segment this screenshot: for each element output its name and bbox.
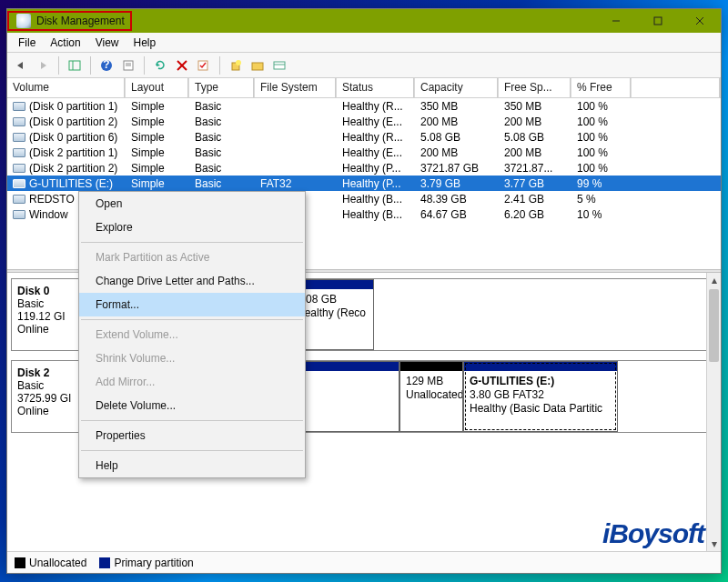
disk-name: Disk 0 (17, 285, 82, 297)
menubar: FileActionViewHelp (7, 33, 721, 53)
partition[interactable]: G-UTILITIES (E:)3.80 GB FAT32Healthy (Ba… (463, 361, 618, 432)
volume-row[interactable]: (Disk 0 partition 2)SimpleBasicHealthy (… (7, 114, 721, 129)
menu-item-explore[interactable]: Explore (79, 216, 305, 239)
back-button[interactable] (11, 55, 31, 75)
volume-icon (13, 195, 25, 204)
volume-icon (13, 164, 25, 173)
scrollbar-thumb[interactable] (709, 289, 719, 362)
menu-item-shrink-volume: Shrink Volume... (79, 346, 305, 370)
forward-button[interactable] (33, 55, 53, 75)
window-controls (595, 9, 721, 33)
minimize-button[interactable] (595, 9, 637, 33)
volume-row[interactable]: (Disk 2 partition 1)SimpleBasicHealthy (… (7, 145, 721, 160)
menu-item-change-drive-letter-and-paths[interactable]: Change Drive Letter and Paths... (79, 269, 305, 293)
context-menu: OpenExploreMark Partition as ActiveChang… (78, 191, 306, 478)
svg-rect-17 (274, 62, 285, 69)
legend-swatch (99, 557, 110, 568)
volume-icon (13, 102, 25, 111)
volume-row[interactable]: G-UTILITIES (E:)SimpleBasicFAT32Healthy … (7, 176, 721, 191)
window-title: Disk Management (36, 15, 125, 27)
help-button[interactable]: ? (96, 55, 116, 75)
titlebar[interactable]: Disk Management (7, 9, 721, 33)
volume-row[interactable]: (Disk 0 partition 6)SimpleBasicHealthy (… (7, 129, 721, 145)
legend-item: Unallocated (15, 557, 86, 569)
refresh-button[interactable] (150, 55, 170, 75)
menu-action[interactable]: Action (43, 35, 87, 51)
disk-type: Basic (17, 297, 82, 310)
legend-item: Primary partition (99, 557, 193, 569)
show-hide-console-tree-button[interactable] (65, 55, 85, 75)
menu-item-help[interactable]: Help (79, 454, 305, 477)
column-header[interactable]: % Free (571, 78, 632, 97)
close-button[interactable] (679, 9, 721, 33)
legend: UnallocatedPrimary partition (7, 551, 721, 573)
volume-icon (13, 133, 25, 142)
column-header[interactable]: Free Sp... (499, 78, 571, 97)
menu-item-extend-volume: Extend Volume... (79, 323, 305, 346)
menu-view[interactable]: View (88, 35, 126, 51)
menu-help[interactable]: Help (126, 35, 164, 51)
title-highlight: Disk Management (7, 11, 132, 31)
legend-swatch (15, 557, 25, 568)
volume-row[interactable]: (Disk 0 partition 1)SimpleBasicHealthy (… (7, 98, 721, 114)
menu-item-format[interactable]: Format... (79, 293, 305, 316)
disk-size: 3725.99 GI (17, 392, 82, 405)
volume-icon (13, 179, 25, 188)
volume-icon (13, 148, 25, 157)
disk-name: Disk 2 (17, 366, 82, 379)
disk-type: Basic (17, 379, 82, 392)
menu-item-mark-partition-as-active: Mark Partition as Active (79, 246, 305, 269)
delete-button[interactable] (172, 55, 192, 75)
svg-rect-16 (252, 63, 263, 70)
scroll-up-icon[interactable]: ▴ (707, 273, 721, 287)
volume-icon (13, 117, 25, 126)
settings-table-button[interactable] (269, 55, 289, 75)
disk-size: 119.12 GI (17, 310, 82, 323)
maximize-button[interactable] (637, 9, 679, 33)
menu-file[interactable]: File (11, 35, 43, 51)
column-header[interactable]: Layout (126, 78, 189, 97)
disk-info: Disk 0Basic119.12 GIOnline (12, 279, 88, 350)
column-header[interactable]: Type (189, 78, 255, 97)
disk-management-window: Disk Management FileActionViewHelp ? Vol… (6, 8, 722, 574)
svg-point-15 (236, 60, 241, 65)
scroll-down-icon[interactable]: ▾ (707, 537, 721, 551)
disk-info: Disk 2Basic3725.99 GIOnline (12, 361, 88, 432)
volume-row[interactable]: (Disk 2 partition 2)SimpleBasicHealthy (… (7, 160, 721, 176)
new-button[interactable] (226, 55, 246, 75)
disk-status: Online (17, 405, 82, 417)
column-header[interactable]: Status (337, 78, 415, 97)
svg-rect-4 (69, 61, 80, 70)
toolbar: ? (7, 53, 721, 78)
column-headers: VolumeLayoutTypeFile SystemStatusCapacit… (7, 78, 721, 98)
volume-icon (13, 210, 25, 219)
partition[interactable]: 129 MBUnallocated (399, 361, 463, 432)
vertical-scrollbar[interactable]: ▴ ▾ (706, 273, 721, 551)
check-button[interactable] (194, 55, 214, 75)
app-icon (16, 14, 31, 28)
column-header[interactable]: Capacity (415, 78, 499, 97)
column-header[interactable]: File System (255, 78, 337, 97)
menu-item-add-mirror: Add Mirror... (79, 370, 305, 394)
menu-item-open[interactable]: Open (79, 192, 305, 216)
svg-text:?: ? (103, 59, 109, 71)
menu-item-properties[interactable]: Properties (79, 424, 305, 447)
svg-rect-1 (654, 17, 662, 25)
disk-status: Online (17, 323, 82, 336)
menu-item-delete-volume[interactable]: Delete Volume... (79, 394, 305, 417)
column-header[interactable]: Volume (7, 78, 126, 97)
properties-button[interactable] (118, 55, 138, 75)
folder-button[interactable] (248, 55, 268, 75)
